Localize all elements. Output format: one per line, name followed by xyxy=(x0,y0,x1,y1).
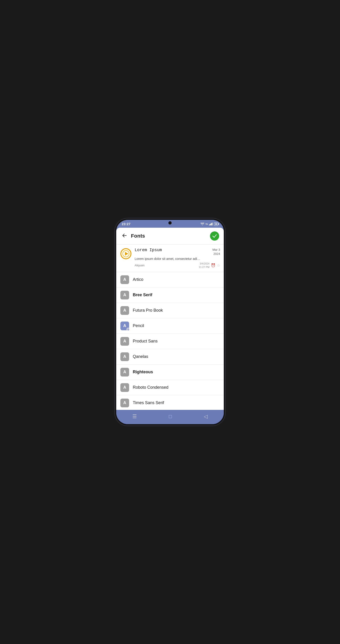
status-bar: 23:27 Yo xyxy=(116,220,224,227)
font-icon-breeserif: A xyxy=(120,291,129,300)
back-button[interactable] xyxy=(121,232,128,240)
preview-sub: Aliquam xyxy=(135,264,145,267)
list-item[interactable]: A Product Sans xyxy=(116,334,224,349)
preview-bottom: Aliquam 3/4/202411:27 PM ⏰ ☆ xyxy=(120,262,220,269)
home-button[interactable]: □ xyxy=(164,412,176,420)
preview-title: Lorem Ipsum xyxy=(135,248,162,252)
font-icon-pencil: A xyxy=(120,322,129,330)
list-item[interactable]: A Roboto Condensed xyxy=(116,380,224,395)
preview-body: Lorem ipsum dolor sit amet, consectetur … xyxy=(135,257,220,260)
svg-marker-6 xyxy=(125,252,128,256)
app-content: Fonts xyxy=(116,228,224,410)
font-name-times: Times Sans Serif xyxy=(133,400,164,405)
bottom-nav: ☰ □ ◁ xyxy=(116,410,224,424)
lte-icon: Yo xyxy=(205,223,208,225)
status-time: 23:27 xyxy=(122,222,131,226)
font-name-righteous: Righteous xyxy=(133,370,153,374)
app-logo xyxy=(120,248,132,260)
svg-rect-1 xyxy=(210,224,211,226)
wifi-icon xyxy=(200,223,204,226)
preview-info: Lorem Ipsum Mar 3 2024 Lorem ipsum dolor… xyxy=(135,248,220,260)
svg-point-7 xyxy=(127,328,129,330)
preview-card: Lorem Ipsum Mar 3 2024 Lorem ipsum dolor… xyxy=(116,244,224,272)
list-item[interactable]: A Futura Pro Book xyxy=(116,303,224,318)
svg-rect-0 xyxy=(209,224,210,226)
list-item[interactable]: A Bree Serif xyxy=(116,288,224,303)
font-icon-productsans: A xyxy=(120,337,129,346)
phone-frame: 23:27 Yo xyxy=(115,218,225,426)
selected-badge xyxy=(127,328,130,331)
clock-icon[interactable]: ⏰ xyxy=(211,263,215,268)
preview-date: Mar 3 2024 xyxy=(212,248,220,256)
font-icon-qanelas: A xyxy=(120,352,129,361)
back-nav-button[interactable]: ◁ xyxy=(199,412,212,420)
font-name-roboto: Roboto Condensed xyxy=(133,385,169,390)
font-list: A Artico A Bree Serif A Futura Pro Book … xyxy=(116,272,224,410)
star-icon[interactable]: ☆ xyxy=(217,263,220,268)
preview-actions: 3/4/202411:27 PM ⏰ ☆ xyxy=(199,262,220,269)
font-icon-futura: A xyxy=(120,306,129,315)
svg-rect-2 xyxy=(211,223,212,226)
font-name-productsans: Product Sans xyxy=(133,339,158,344)
font-icon-artico: A xyxy=(120,275,129,284)
signal-icon xyxy=(209,223,213,226)
confirm-button[interactable] xyxy=(210,232,219,240)
svg-rect-3 xyxy=(212,223,212,226)
font-name-pencil: Pencil xyxy=(133,324,144,328)
list-item[interactable]: A Pencil xyxy=(116,318,224,334)
font-icon-times: A xyxy=(120,398,129,407)
camera-notch xyxy=(169,221,171,224)
preview-timestamp: 3/4/202411:27 PM xyxy=(199,262,209,269)
font-name-breeserif: Bree Serif xyxy=(133,292,152,298)
list-item[interactable]: A Qanelas xyxy=(116,349,224,364)
menu-button[interactable]: ☰ xyxy=(128,412,142,420)
font-name-qanelas: Qanelas xyxy=(133,354,148,359)
font-icon-roboto: A xyxy=(120,383,129,392)
list-item[interactable]: A Artico xyxy=(116,272,224,288)
phone-inner: 23:27 Yo xyxy=(116,220,224,424)
font-name-futura: Futura Pro Book xyxy=(133,308,163,313)
app-header: Fonts xyxy=(116,228,224,244)
font-name-artico: Artico xyxy=(133,277,143,282)
battery-indicator: 56 xyxy=(214,222,218,226)
list-item[interactable]: A Righteous xyxy=(116,364,224,380)
page-title: Fonts xyxy=(131,233,210,239)
status-icons: Yo 56 xyxy=(200,222,218,226)
list-item[interactable]: A Times Sans Serif xyxy=(116,395,224,410)
font-icon-righteous: A xyxy=(120,368,129,376)
